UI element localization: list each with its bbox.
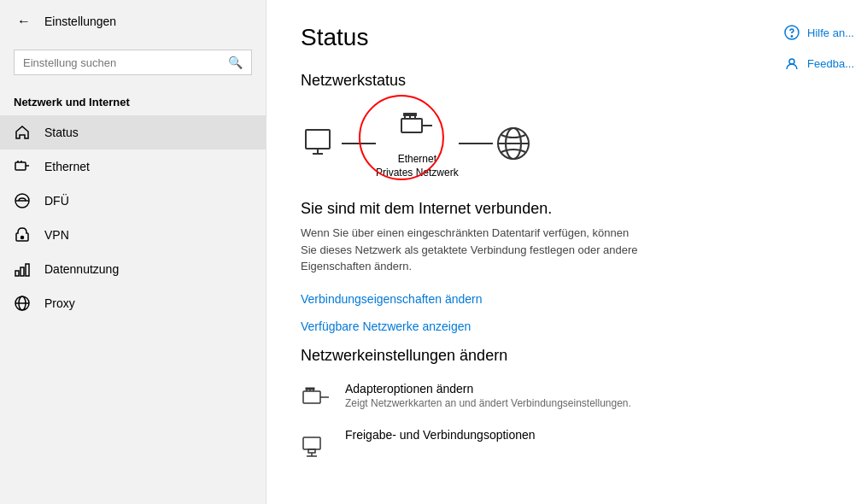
sidebar-item-datennutzung[interactable]: Datennutzung (0, 252, 266, 286)
show-networks-link[interactable]: Verfügbare Netzwerke anzeigen (301, 319, 827, 333)
ethernet-icon-label: Ethernet Privates Netzwerk (376, 153, 459, 179)
search-box[interactable]: 🔍 (14, 50, 252, 75)
page-title: Status (301, 24, 827, 51)
connected-desc: Wenn Sie über einen eingeschränkten Date… (301, 225, 642, 275)
svg-rect-5 (26, 264, 29, 276)
line-1 (342, 143, 376, 144)
feedback-icon (783, 55, 800, 72)
ethernet-icon (14, 158, 31, 175)
svg-rect-4 (20, 267, 24, 276)
computer-icon (301, 123, 342, 164)
sidebar-item-proxy[interactable]: Proxy (0, 286, 266, 320)
ethernet-label: Ethernet (44, 160, 90, 173)
vpn-label: VPN (44, 228, 69, 242)
adapter-title[interactable]: Adapteroptionen ändern (345, 382, 631, 396)
feedback-link[interactable]: Feedba... (783, 55, 854, 72)
globe-icon-group (493, 123, 534, 164)
sidebar-title: Einstellungen (44, 15, 116, 28)
pc-icon-group (301, 123, 342, 164)
home-icon (14, 124, 31, 141)
adapter-icon (301, 384, 331, 414)
svg-rect-0 (15, 162, 26, 170)
svg-rect-29 (306, 387, 315, 390)
proxy-label: Proxy (44, 296, 75, 310)
help-text: Hilfe an... (807, 26, 854, 39)
svg-rect-30 (303, 437, 320, 449)
svg-point-2 (21, 237, 24, 239)
sidebar-item-ethernet[interactable]: Ethernet (0, 149, 266, 184)
line-2 (459, 143, 493, 144)
datennutzung-label: Datennutzung (44, 262, 119, 276)
svg-rect-15 (401, 119, 422, 132)
adapter-settings-item[interactable]: Adapteroptionen ändern Zeigt Netzwerkkar… (301, 382, 827, 414)
feedback-text: Feedba... (807, 57, 854, 70)
vpn-icon (14, 226, 31, 243)
sharing-text: Freigabe- und Verbindungsoptionen (345, 428, 536, 442)
adapter-text: Adapteroptionen ändern Zeigt Netzwerkkar… (345, 382, 631, 409)
search-icon: 🔍 (228, 56, 243, 69)
ethernet-icon-group: Ethernet Privates Netzwerk (376, 107, 459, 179)
connected-text: Sie sind mit dem Internet verbunden. (301, 200, 827, 218)
dfu-icon (14, 192, 31, 209)
sidebar-header: ← Einstellungen (0, 0, 266, 43)
help-link[interactable]: Hilfe an... (783, 24, 854, 41)
dfu-label: DFÜ (44, 194, 69, 208)
svg-rect-24 (303, 391, 320, 403)
sidebar-item-status[interactable]: Status (0, 115, 266, 149)
svg-rect-12 (306, 130, 330, 149)
svg-rect-20 (403, 113, 417, 116)
status-label: Status (44, 126, 79, 139)
back-button[interactable]: ← (14, 10, 34, 32)
help-icon (783, 24, 800, 41)
datennutzung-icon (14, 261, 31, 278)
sidebar-item-vpn[interactable]: VPN (0, 218, 266, 252)
main-content: Hilfe an... Feedba... Status Netzwerksta… (266, 0, 861, 504)
network-status-title: Netzwerkstatus (301, 72, 827, 90)
sharing-settings-item[interactable]: Freigabe- und Verbindungsoptionen (301, 428, 827, 460)
change-properties-link[interactable]: Verbindungseigenschaften ändern (301, 292, 827, 306)
svg-point-10 (791, 36, 792, 37)
sidebar: ← Einstellungen 🔍 Netzwerk und Internet … (0, 0, 266, 504)
change-settings-title: Netzwerkeinstellungen ändern (301, 347, 827, 365)
network-diagram: Ethernet Privates Netzwerk (301, 107, 827, 179)
adapter-desc: Zeigt Netzwerkkarten an und ändert Verbi… (345, 397, 631, 409)
right-panel: Hilfe an... Feedba... (783, 24, 861, 72)
search-input[interactable] (23, 56, 221, 69)
sharing-title[interactable]: Freigabe- und Verbindungsoptionen (345, 428, 536, 442)
sharing-icon (301, 430, 331, 460)
section-label: Netzwerk und Internet (0, 89, 266, 115)
svg-rect-3 (15, 271, 19, 276)
ethernet-device-icon (396, 107, 437, 148)
sidebar-item-dfu[interactable]: DFÜ (0, 184, 266, 218)
svg-rect-31 (308, 449, 315, 453)
internet-icon (493, 123, 534, 164)
proxy-icon (14, 295, 31, 312)
svg-point-11 (789, 59, 794, 64)
